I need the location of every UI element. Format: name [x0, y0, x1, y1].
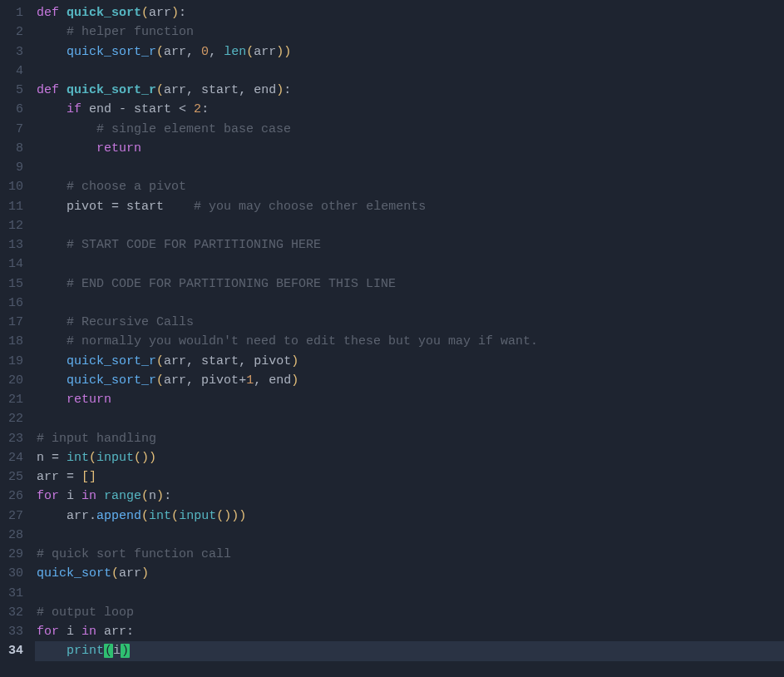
code-line[interactable]: print(i) [35, 641, 784, 660]
code-line[interactable]: # normally you wouldn't need to edit the… [35, 332, 784, 351]
code-line[interactable]: for i in range(n): [35, 487, 784, 506]
token-cm: # choose a pivot [67, 180, 186, 194]
token-id: arr [254, 45, 276, 59]
token-cm: # quick sort function call [37, 547, 231, 561]
code-line[interactable] [35, 158, 784, 177]
token-cm: # output loop [37, 605, 134, 620]
code-line[interactable]: def quick_sort_r(arr, start, end): [35, 81, 784, 100]
token-op: : [201, 102, 209, 116]
line-number: 32 [8, 603, 23, 622]
token-id: end [269, 373, 291, 388]
code-line[interactable] [35, 584, 784, 603]
token-id: arr [164, 83, 186, 97]
token-kw: in [74, 489, 104, 503]
code-line[interactable]: # END CODE FOR PARTITIONING BEFORE THIS … [35, 274, 784, 294]
line-number: 8 [8, 139, 23, 158]
line-number: 20 [8, 371, 23, 390]
token-bi: print [67, 644, 104, 658]
line-number: 34 [8, 641, 23, 660]
token-id: start [201, 354, 239, 368]
token-pn: ( [141, 489, 149, 503]
line-number: 4 [8, 62, 23, 81]
code-line[interactable]: arr.append(int(input())) [35, 507, 784, 526]
code-content[interactable]: def quick_sort(arr): # helper function q… [35, 3, 784, 661]
line-number: 15 [8, 274, 23, 294]
token-cm: # START CODE FOR PARTITIONING HERE [67, 238, 321, 252]
line-number: 28 [8, 526, 23, 545]
token-pn: ( [141, 6, 149, 20]
token-cm: # you may choose other elements [194, 200, 426, 214]
code-line[interactable] [35, 254, 784, 274]
token-id [164, 200, 194, 214]
token-pn: ( [156, 45, 164, 59]
line-number: 10 [8, 177, 23, 196]
token-pn: ( [156, 354, 164, 368]
token-id: i [67, 489, 74, 503]
code-line[interactable]: return [35, 139, 784, 158]
code-line[interactable]: quick_sort_r(arr, start, pivot) [35, 352, 784, 371]
token-op: , [186, 45, 201, 59]
token-id: pivot [67, 200, 104, 214]
line-number: 6 [8, 100, 23, 119]
line-number: 7 [8, 120, 23, 139]
code-line[interactable]: # Recursive Calls [35, 313, 784, 332]
code-editor[interactable]: 1234567891011121314151617181920212223242… [0, 0, 784, 661]
code-line[interactable]: n = int(input()) [35, 448, 784, 467]
token-fn: quick_sort [67, 6, 141, 20]
token-num: 1 [246, 373, 254, 388]
token-id: arr [149, 6, 171, 20]
code-line[interactable]: # START CODE FOR PARTITIONING HERE [35, 235, 784, 254]
code-line[interactable]: # output loop [35, 603, 784, 622]
code-line[interactable] [35, 294, 784, 313]
token-kw: for [37, 489, 67, 503]
token-id: arr [37, 470, 59, 484]
token-pn: ) [276, 83, 284, 97]
line-number: 19 [8, 352, 23, 371]
code-line[interactable] [35, 526, 784, 545]
line-number: 2 [8, 22, 23, 42]
line-number: 30 [8, 564, 23, 583]
code-line[interactable]: if end - start < 2: [35, 100, 784, 119]
token-num: 2 [194, 102, 201, 116]
token-op: < [171, 102, 194, 116]
code-line[interactable]: quick_sort_r(arr, pivot+1, end) [35, 371, 784, 390]
token-op: , [239, 83, 254, 97]
line-number: 27 [8, 507, 23, 526]
token-pn: )) [276, 45, 291, 59]
code-line[interactable]: # quick sort function call [35, 545, 784, 564]
code-line[interactable]: return [35, 390, 784, 409]
token-kw: in [74, 625, 104, 639]
code-line[interactable] [35, 409, 784, 428]
code-line[interactable]: # single element base case [35, 120, 784, 139]
code-line[interactable]: arr = [] [35, 467, 784, 487]
token-bi: len [224, 45, 246, 59]
code-line[interactable] [35, 62, 784, 81]
code-line[interactable]: quick_sort_r(arr, 0, len(arr)) [35, 42, 784, 62]
token-id: arr [164, 354, 186, 368]
token-op: : [164, 489, 171, 503]
code-line[interactable]: # helper function [35, 22, 784, 42]
token-op: , [209, 45, 224, 59]
code-line[interactable]: for i in arr: [35, 622, 784, 641]
code-line[interactable]: # input handling [35, 429, 784, 448]
code-line[interactable]: def quick_sort(arr): [35, 3, 784, 22]
line-number: 12 [8, 216, 23, 235]
token-id: start [126, 200, 164, 214]
line-number: 1 [8, 3, 23, 22]
code-line[interactable] [35, 216, 784, 235]
token-id: arr [164, 45, 186, 59]
code-line[interactable]: quick_sort(arr) [35, 564, 784, 583]
line-number: 14 [8, 254, 23, 274]
token-kw: def [37, 83, 67, 97]
token-pn: ( [111, 566, 119, 581]
token-op: - [111, 102, 134, 116]
code-line[interactable]: pivot = start # you may choose other ele… [35, 197, 784, 216]
code-line[interactable]: # choose a pivot [35, 177, 784, 196]
token-op: , [186, 373, 201, 388]
line-number: 26 [8, 487, 23, 506]
token-bi: input [96, 451, 134, 465]
token-id: arr [67, 509, 89, 523]
token-pn: ) [291, 373, 298, 388]
token-id: i [113, 644, 121, 658]
token-pn: ) [141, 566, 149, 581]
